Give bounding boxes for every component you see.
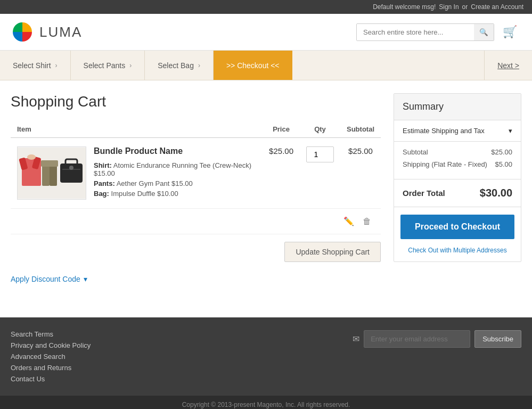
- footer-link-orders[interactable]: Orders and Returns: [11, 364, 91, 372]
- luma-logo-icon: [11, 20, 34, 44]
- chevron-right-icon: ›: [129, 62, 132, 69]
- qty-input[interactable]: [306, 146, 334, 162]
- chevron-down-icon: ▾: [509, 127, 512, 135]
- shipping-label: Shipping (Flat Rate - Fixed): [403, 160, 487, 168]
- cart-section: Shopping Cart Item Price Qty Subtotal: [11, 93, 381, 283]
- item-qty: [300, 138, 340, 209]
- order-total-row: Order Total $30.00: [394, 179, 521, 207]
- main-content: Shopping Cart Item Price Qty Subtotal: [0, 80, 532, 296]
- summary-sidebar: Summary Estimate Shipping and Tax ▾ Subt…: [394, 93, 521, 283]
- product-image-icon: [18, 148, 86, 199]
- email-icon: ✉: [353, 334, 359, 344]
- nav-select-pants[interactable]: Select Pants ›: [71, 51, 145, 80]
- logo-text: LUMA: [39, 24, 82, 40]
- select-bag-label: Select Bag: [158, 61, 194, 70]
- actions-cell: ✏️ 🗑: [11, 209, 381, 234]
- subtotal-row: Subtotal $25.00: [403, 148, 512, 156]
- footer-link-advanced-search[interactable]: Advanced Search: [11, 353, 91, 361]
- summary-box: Summary Estimate Shipping and Tax ▾ Subt…: [394, 93, 521, 262]
- page-title: Shopping Cart: [11, 93, 381, 110]
- checkout-button[interactable]: Proceed to Checkout: [400, 215, 514, 239]
- nav-checkout[interactable]: >> Checkout <<: [214, 51, 292, 80]
- nav-bar: Select Shirt › Select Pants › Select Bag…: [0, 51, 532, 80]
- nav-select-bag[interactable]: Select Bag ›: [145, 51, 214, 80]
- subtotal-label: Subtotal: [403, 148, 428, 156]
- bag-label: Bag:: [94, 190, 109, 198]
- cart-button[interactable]: 🛒: [498, 23, 521, 41]
- cart-table-header: Item Price Qty Subtotal: [11, 121, 381, 138]
- header-right: 🔍 🛒: [356, 23, 521, 41]
- cart-icon: 🛒: [503, 25, 517, 38]
- discount-toggle-button[interactable]: Apply Discount Code ▾: [11, 275, 87, 283]
- order-total-value: $30.00: [480, 187, 512, 199]
- delete-item-button[interactable]: 🗑: [359, 215, 374, 228]
- footer: Search Terms Privacy and Cookie Policy A…: [0, 317, 532, 396]
- footer-link-search-terms[interactable]: Search Terms: [11, 330, 91, 338]
- logo-area: LUMA: [11, 20, 82, 44]
- shirt-value: Atomic Endurance Running Tee (Crew-Neck)…: [94, 161, 251, 177]
- cart-table: Item Price Qty Subtotal: [11, 121, 381, 234]
- pants-value: Aether Gym Pant $15.00: [117, 179, 193, 187]
- subscribe-button[interactable]: Subscribe: [474, 330, 521, 348]
- discount-label: Apply Discount Code: [11, 275, 80, 283]
- next-label: Next >: [497, 61, 519, 70]
- item-actions-row: ✏️ 🗑: [11, 209, 381, 234]
- product-row: Bundle Product Name Shirt: Atomic Endura…: [17, 146, 256, 200]
- footer-link-privacy[interactable]: Privacy and Cookie Policy: [11, 341, 91, 349]
- edit-item-button[interactable]: ✏️: [340, 214, 357, 228]
- product-detail-shirt: Shirt: Atomic Endurance Running Tee (Cre…: [94, 161, 256, 177]
- item-cell: Bundle Product Name Shirt: Atomic Endura…: [11, 138, 263, 209]
- copyright: Copyright © 2013-present Magento, Inc. A…: [0, 396, 532, 409]
- product-detail-bag: Bag: Impulse Duffle $10.00: [94, 190, 256, 198]
- welcome-message: Default welcome msg!: [373, 3, 436, 11]
- search-input[interactable]: [357, 24, 474, 40]
- item-subtotal: $25.00: [340, 138, 381, 209]
- signin-link[interactable]: Sign In: [439, 3, 459, 11]
- footer-link-contact[interactable]: Contact Us: [11, 375, 91, 383]
- shipping-value: $5.00: [495, 160, 512, 168]
- product-image: [17, 146, 86, 200]
- col-subtotal: Subtotal: [340, 121, 381, 138]
- product-name: Bundle Product Name: [94, 146, 256, 156]
- checkout-label: >> Checkout <<: [226, 61, 280, 70]
- header: LUMA 🔍 🛒: [0, 14, 532, 51]
- search-icon: 🔍: [479, 28, 488, 36]
- nav-next[interactable]: Next >: [484, 51, 532, 80]
- trash-icon: 🗑: [363, 217, 371, 226]
- cart-table-body: Bundle Product Name Shirt: Atomic Endura…: [11, 138, 381, 234]
- newsletter-area: ✉ Subscribe: [353, 330, 521, 348]
- search-button[interactable]: 🔍: [474, 24, 494, 40]
- chevron-down-icon: ▾: [84, 275, 87, 283]
- summary-title: Summary: [394, 94, 521, 120]
- product-details: Bundle Product Name Shirt: Atomic Endura…: [94, 146, 256, 200]
- multiple-addresses-link[interactable]: Check Out with Multiple Addresses: [394, 247, 521, 261]
- top-bar: Default welcome msg! Sign In or Create a…: [0, 0, 532, 14]
- item-price: $25.00: [263, 138, 300, 209]
- create-account-link[interactable]: Create an Account: [471, 3, 523, 11]
- select-pants-label: Select Pants: [84, 61, 126, 70]
- select-shirt-label: Select Shirt: [13, 61, 51, 70]
- footer-links: Search Terms Privacy and Cookie Policy A…: [11, 330, 91, 383]
- or-separator: or: [462, 3, 468, 11]
- table-row: Bundle Product Name Shirt: Atomic Endura…: [11, 138, 381, 209]
- pants-label: Pants:: [94, 179, 115, 187]
- product-detail-pants: Pants: Aether Gym Pant $15.00: [94, 179, 256, 187]
- search-box: 🔍: [356, 23, 494, 41]
- svg-point-5: [27, 154, 36, 160]
- col-qty: Qty: [300, 121, 340, 138]
- footer-content: Search Terms Privacy and Cookie Policy A…: [11, 330, 521, 383]
- col-price: Price: [263, 121, 300, 138]
- col-item: Item: [11, 121, 263, 138]
- discount-section: Apply Discount Code ▾: [11, 275, 381, 283]
- email-newsletter-input[interactable]: [364, 330, 470, 348]
- nav-select-shirt[interactable]: Select Shirt ›: [0, 51, 71, 80]
- svg-point-12: [69, 166, 73, 170]
- estimate-shipping-toggle[interactable]: Estimate Shipping and Tax ▾: [394, 120, 521, 142]
- estimate-shipping-label: Estimate Shipping and Tax: [403, 127, 485, 135]
- nav-spacer: [292, 51, 485, 80]
- chevron-right-icon: ›: [55, 62, 58, 69]
- shipping-row: Shipping (Flat Rate - Fixed) $5.00: [403, 160, 512, 168]
- update-cart-button[interactable]: Update Shopping Cart: [284, 242, 381, 262]
- bag-value: Impulse Duffle $10.00: [111, 190, 178, 198]
- chevron-right-icon: ›: [198, 62, 200, 69]
